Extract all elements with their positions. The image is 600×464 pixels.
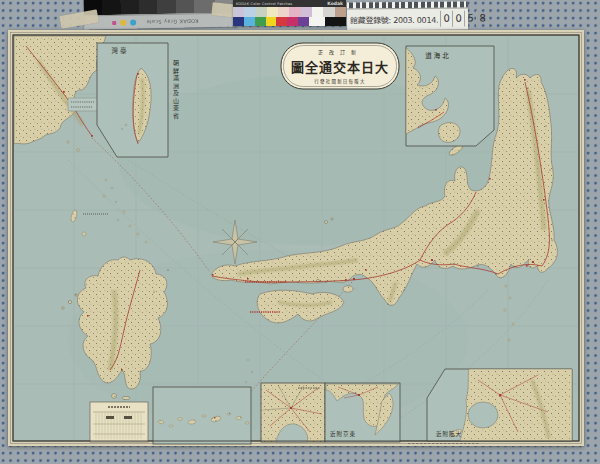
accession-label: 館藏登錄號: 2003. 0014. 0 0 5 8: [347, 2, 468, 31]
digit-box: 0: [441, 11, 453, 27]
yellow-patch-icon: [120, 19, 126, 25]
osaka-inset-label: 近附阪大: [436, 430, 462, 438]
korea-region-label: 朝鮮滿洲及山東省: [173, 59, 180, 120]
taiwan-inset: 灣臺: [97, 43, 168, 157]
kodak-color-patches: KODAK Color Control Patches Kodak: [233, 0, 346, 26]
cyan-patch-icon: [130, 19, 136, 25]
digit-box: 5: [465, 11, 477, 27]
city-inset: [261, 383, 325, 442]
digit-box: 0: [453, 11, 465, 27]
accession-number: 館藏登錄號: 2003. 0014.: [350, 13, 438, 25]
pegboard-background: KODAK Gray Scale KODAK Color Control Pat…: [0, 0, 600, 464]
kodak-brand: Kodak: [327, 1, 343, 6]
magenta-patch-icon: [112, 20, 116, 24]
map-title: 圖全通交本日大: [291, 60, 389, 75]
tokyo-inset-label: 近附京東: [330, 430, 356, 438]
publisher-line: 行發社聞新日毎阪大: [314, 78, 365, 85]
title-cartouche: 正改訂新 圖全通交本日大 行發社聞新日毎阪大: [281, 43, 399, 89]
tokyo-inset: 近附京東: [325, 383, 400, 442]
patch-row-top: [233, 7, 346, 17]
map-sheet: 灣臺 道海北 朝鮮滿洲及山東省: [8, 30, 584, 446]
gray-scale-label: KODAK Gray Scale: [146, 18, 199, 25]
hokkaido-inset-label: 道海北: [425, 51, 451, 60]
edition-note: 正改訂新: [318, 49, 362, 56]
map-artwork: 灣臺 道海北 朝鮮滿洲及山東省: [8, 30, 584, 446]
accession-digit-boxes: 0 0 5 8: [440, 10, 489, 26]
ryukyu-inset: [153, 387, 251, 444]
patches-title: KODAK Color Control Patches: [236, 2, 292, 6]
taiwan-inset-label: 灣臺: [112, 46, 129, 55]
patch-row-bottom: [233, 17, 346, 27]
hokkaido-inset: 道海北: [406, 46, 494, 146]
distance-table-inset: [90, 402, 148, 442]
osaka-inset: 近附阪大: [427, 369, 572, 441]
digit-box: 8: [477, 10, 489, 26]
kodak-gray-scale: KODAK Gray Scale: [84, 0, 238, 30]
